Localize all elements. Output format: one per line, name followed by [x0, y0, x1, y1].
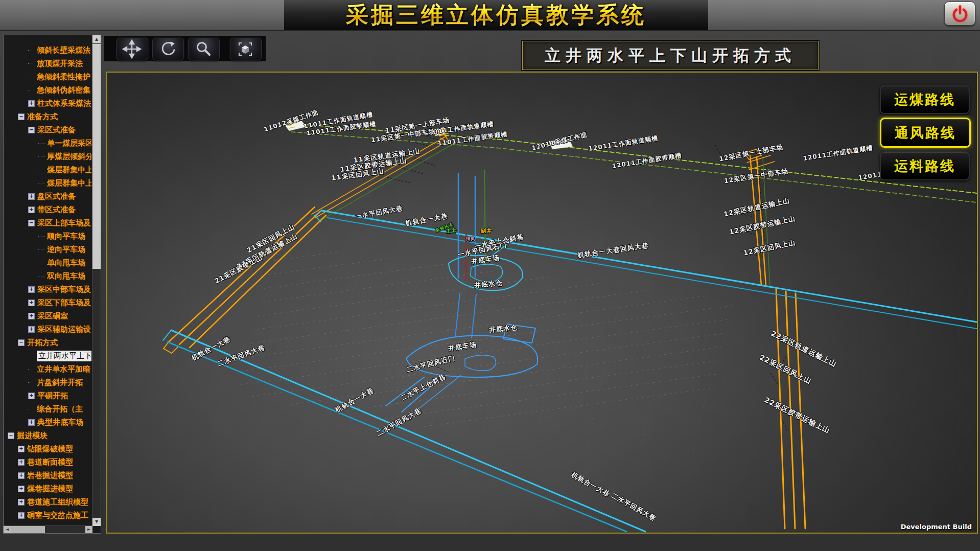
tree-connector	[28, 382, 34, 383]
tree-item-30[interactable]: +钻眼爆破模型	[5, 442, 91, 455]
tree-item-32[interactable]: +岩巷掘进模型	[5, 469, 91, 482]
tree-item-11[interactable]: +盘区式准备	[5, 190, 91, 203]
tree-item-21[interactable]: +采区辅助运输设	[5, 323, 91, 336]
tree-item-label: 煤层群集中上	[47, 178, 91, 188]
route-button-coal[interactable]: 运煤路线	[880, 85, 970, 114]
tree-item-13[interactable]: −采区上部车场及	[5, 216, 91, 229]
tree-item-20[interactable]: +采区硐室	[5, 309, 91, 323]
route-button-material[interactable]: 运料路线	[880, 151, 970, 180]
tree-connector	[28, 90, 34, 90]
app-title-banner: 采掘三维立体仿真教学系统	[284, 0, 708, 30]
tree-collapse-icon[interactable]: −	[28, 127, 35, 133]
pan-button[interactable]	[116, 37, 149, 61]
tree-item-23[interactable]: 立井两水平上下	[5, 349, 91, 362]
tree-item-25[interactable]: 片盘斜井开拓	[5, 376, 91, 389]
tree-item-14[interactable]: 顺向平车场	[5, 229, 91, 243]
tree-item-12[interactable]: +带区式准备	[5, 203, 91, 216]
tree-item-33[interactable]: +煤巷掘进模型	[5, 482, 91, 495]
tree-connector	[38, 236, 44, 237]
tree-collapse-icon[interactable]: −	[28, 220, 35, 226]
tree-item-label: 岩巷掘进模型	[27, 471, 73, 480]
tree-item-label: 煤巷掘进模型	[27, 484, 73, 494]
tree-item-4[interactable]: +柱式体系采煤法	[5, 97, 91, 110]
rotate-button[interactable]	[152, 37, 184, 61]
tree-item-1[interactable]: 放顶煤开采法	[5, 57, 91, 70]
rotate-icon	[157, 39, 178, 59]
tree-item-0[interactable]: 倾斜长壁采煤法	[5, 43, 91, 57]
tree-item-10[interactable]: 煤层群集中上	[5, 176, 91, 190]
tree-expand-icon[interactable]: +	[28, 326, 35, 333]
vertical-scroll-thumb[interactable]	[92, 44, 101, 269]
tree-item-35[interactable]: +硐室与交岔点施工	[5, 509, 91, 522]
tree-item-7[interactable]: 单一煤层采区	[5, 136, 91, 150]
power-button[interactable]	[944, 2, 975, 26]
tree-item-label: 采区中部车场及	[37, 285, 91, 294]
tree-item-27[interactable]: 综合开拓（主	[5, 402, 91, 416]
viewport-3d[interactable]: 11012采煤工作面11011工作面轨道顺槽11011工作面胶带顺槽11采区第一…	[106, 72, 978, 534]
tree-item-34[interactable]: +巷道施工组织模型	[5, 495, 91, 509]
tree-connector	[28, 356, 34, 356]
tree-expand-icon[interactable]: +	[18, 459, 25, 466]
tree-item-label: 典型井底车场	[37, 418, 83, 427]
sidebar-vertical-scrollbar[interactable]: ▲ ▼	[92, 35, 101, 526]
tree-connector	[38, 183, 44, 183]
horizontal-scroll-thumb[interactable]	[11, 526, 45, 533]
tree-collapse-icon[interactable]: −	[18, 113, 25, 120]
tree-item-6[interactable]: −采区式准备	[5, 123, 91, 136]
tree-item-label: 带区式准备	[37, 205, 76, 215]
level2-main-roadway	[163, 330, 645, 532]
tree-expand-icon[interactable]: +	[18, 486, 25, 492]
tree-connector	[28, 77, 34, 77]
tree-item-15[interactable]: 逆向平车场	[5, 243, 91, 256]
tree-item-label: 煤层群集中上	[47, 165, 91, 175]
tree-item-label: 巷道断面模型	[27, 457, 73, 467]
tree-connector	[38, 156, 44, 157]
tree-item-9[interactable]: 煤层群集中上	[5, 163, 91, 176]
tree-item-19[interactable]: +采区下部车场及	[5, 296, 91, 309]
tree-item-label: 急倾斜伪斜密集	[37, 85, 90, 95]
tree-expand-icon[interactable]: +	[18, 512, 25, 519]
tree-expand-icon[interactable]: +	[28, 393, 35, 399]
scroll-right-icon[interactable]: ►	[85, 526, 92, 533]
sidebar-horizontal-scrollbar[interactable]: ◄ ►	[4, 525, 92, 533]
tree-item-29[interactable]: −掘进模块	[5, 429, 91, 442]
tree-expand-icon[interactable]: +	[28, 286, 35, 293]
tree-item-2[interactable]: 急倾斜柔性掩护	[5, 70, 91, 83]
tree-expand-icon[interactable]: +	[28, 419, 35, 426]
tree-item-label: 立井两水平上下	[37, 351, 91, 361]
tree-expand-icon[interactable]: +	[28, 300, 35, 306]
tree-item-26[interactable]: +平硐开拓	[5, 389, 91, 402]
tree-item-8[interactable]: 厚煤层倾斜分	[5, 150, 91, 163]
top-bar: 采掘三维立体仿真教学系统	[0, 0, 980, 31]
tree-item-18[interactable]: +采区中部车场及	[5, 283, 91, 296]
tree-item-3[interactable]: 急倾斜伪斜密集	[5, 83, 91, 97]
tree-expand-icon[interactable]: +	[18, 499, 25, 506]
tree-expand-icon[interactable]: +	[28, 100, 35, 107]
tree-expand-icon[interactable]: +	[28, 206, 35, 213]
tree-collapse-icon[interactable]: −	[18, 339, 25, 346]
tree-item-label: 硐室与交岔点施工	[27, 511, 88, 520]
zoom-button[interactable]	[188, 37, 220, 61]
tree-item-31[interactable]: +巷道断面模型	[5, 455, 91, 469]
reset-view-button[interactable]	[229, 37, 262, 61]
tree-item-28[interactable]: +典型井底车场	[5, 416, 91, 429]
scroll-left-icon[interactable]: ◄	[4, 526, 11, 533]
tree-expand-icon[interactable]: +	[18, 446, 25, 452]
tree-expand-icon[interactable]: +	[28, 313, 35, 319]
tree-connector	[38, 276, 44, 277]
tree-collapse-icon[interactable]: −	[8, 432, 14, 439]
scroll-up-icon[interactable]: ▲	[92, 35, 101, 43]
tree-item-5[interactable]: −准备方式	[5, 110, 91, 123]
district-22-lines	[776, 289, 805, 529]
tree-item-label: 柱式体系采煤法	[37, 99, 91, 108]
tree-item-22[interactable]: −开拓方式	[5, 336, 91, 349]
tree-expand-icon[interactable]: +	[18, 472, 25, 479]
tree-expand-icon[interactable]: +	[28, 193, 35, 200]
tree-connector	[28, 369, 34, 370]
tree-item-17[interactable]: 双向甩车场	[5, 269, 91, 283]
tree-item-24[interactable]: 立井单水平加暗	[5, 362, 91, 376]
scroll-down-icon[interactable]: ▼	[92, 518, 101, 526]
route-button-ventilation[interactable]: 通风路线	[880, 118, 971, 148]
tree-item-label: 掘进模块	[17, 431, 48, 441]
tree-item-16[interactable]: 单向甩车场	[5, 256, 91, 269]
